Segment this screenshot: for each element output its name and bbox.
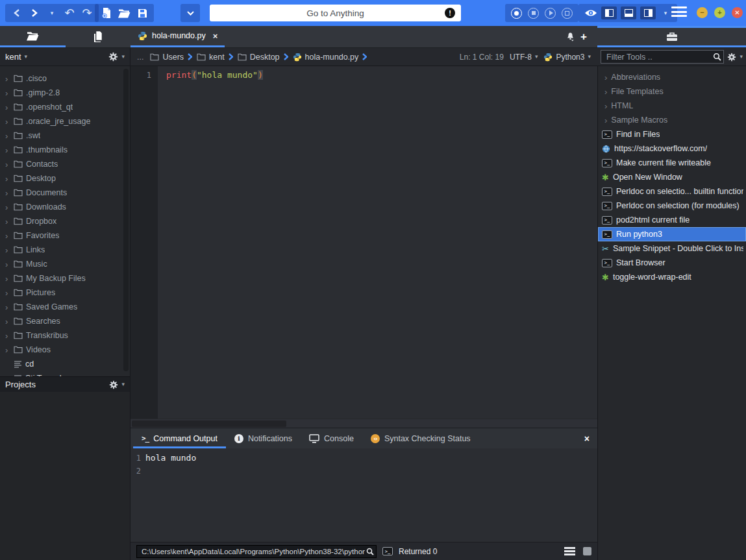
file-tree[interactable]: › .cisco › .gimp-2.8 [0, 66, 130, 376]
filter-tools-input[interactable] [605, 52, 713, 62]
chevron-down-icon[interactable]: ▾ [740, 54, 743, 60]
bottom-tab[interactable]: >_ i ‹› Syntax Checking Status [362, 428, 479, 448]
bottom-tab[interactable]: >_ i ‹› Console [301, 428, 362, 448]
chevron-down-icon[interactable]: ▾ [121, 54, 125, 60]
file-tree-row[interactable]: › Contacts [0, 157, 130, 171]
open-file-button[interactable] [118, 5, 131, 21]
file-tree-row[interactable]: › .thumbnails [0, 143, 130, 157]
maximize-button[interactable]: + [714, 7, 725, 18]
language-selector[interactable]: Python3 ▾ [543, 53, 591, 62]
bottom-pane-toggle[interactable] [621, 6, 636, 19]
pane-caret-icon[interactable]: ▾ [660, 5, 671, 21]
chevron-down-icon[interactable]: ▾ [25, 54, 28, 60]
toolbox-item[interactable]: › >_ ✱ ✂ Make current file writeable [598, 156, 746, 170]
breadcrumb-item[interactable]: kent [197, 53, 234, 62]
code-line[interactable]: print("hola mundo") [158, 66, 263, 419]
undo-button[interactable]: ↶ [64, 5, 75, 21]
left-pane-toggle[interactable] [601, 6, 617, 19]
file-tree-row[interactable]: › Documents [0, 186, 130, 200]
alert-icon[interactable]: ! [445, 8, 455, 18]
encoding-selector[interactable]: UTF-8 ▾ [510, 53, 538, 62]
minimize-button[interactable]: − [697, 7, 708, 18]
menu-button[interactable] [671, 6, 687, 17]
breadcrumb-item[interactable]: Users [150, 53, 193, 62]
redo-button[interactable]: ↷ [81, 5, 93, 21]
file-tree-row[interactable]: › Transkribus [0, 328, 130, 343]
toolbox-item[interactable]: › >_ ✱ ✂ Open New Window [598, 170, 746, 184]
file-tree-row[interactable]: › .swt [0, 128, 130, 143]
save-button[interactable] [136, 5, 148, 21]
toolbox-item[interactable]: › >_ ✱ ✂ File Templates [598, 84, 746, 99]
gear-icon[interactable] [108, 52, 118, 62]
toolbox-item[interactable]: › >_ ✱ ✂ Sample Macros [598, 113, 746, 127]
toolbox-item[interactable]: › >_ ✱ ✂ Run python3 [598, 227, 746, 241]
right-pane-toggle[interactable] [640, 6, 656, 19]
back-button[interactable] [11, 5, 23, 21]
close-panel-icon[interactable]: × [584, 428, 597, 448]
new-tab-button[interactable]: + [578, 31, 590, 42]
file-tree-row[interactable]: › Favorites [0, 228, 130, 243]
macro-stop-button[interactable] [528, 8, 539, 19]
file-tree-row[interactable]: › Downloads [0, 200, 130, 214]
output-menu-icon[interactable] [564, 547, 575, 555]
chevron-down-icon[interactable]: ▾ [121, 382, 125, 387]
file-tree-row[interactable]: › .cisco [0, 71, 130, 86]
file-tree-row[interactable]: › My Backup Files [0, 271, 130, 286]
bottom-tab[interactable]: >_ i ‹› Notifications [226, 428, 301, 448]
file-tree-row[interactable]: › Desktop [0, 171, 130, 186]
close-button[interactable]: ✕ [732, 7, 743, 18]
toolbox-item[interactable]: › >_ ✱ ✂ Sample Snippet - Double Click t… [598, 241, 746, 256]
breadcrumb-overflow[interactable]: ... [137, 53, 143, 62]
tab-places[interactable] [0, 26, 66, 47]
file-tree-row[interactable]: › Videos [0, 343, 130, 357]
bottom-tab[interactable]: >_ i ‹› Command Output [133, 428, 226, 448]
breadcrumb-item[interactable]: hola-mundo.py [293, 53, 368, 62]
search-icon[interactable] [366, 548, 374, 555]
new-file-button[interactable] [101, 5, 112, 21]
vertical-scrollbar[interactable] [123, 69, 129, 371]
preview-button[interactable] [584, 5, 597, 21]
file-tree-row[interactable]: › Dropbox [0, 214, 130, 228]
places-root-selector[interactable]: kent [5, 52, 21, 62]
horizontal-scrollbar[interactable] [131, 419, 597, 428]
gear-icon[interactable] [109, 380, 118, 389]
command-path-input[interactable] [140, 547, 366, 556]
history-caret-icon[interactable]: ▾ [46, 5, 58, 21]
split-view-button[interactable] [566, 32, 575, 42]
file-tree-row[interactable]: › Saved Games [0, 300, 130, 314]
toolbox-item[interactable]: › >_ ✱ ✂ Perldoc on selection (for modul… [598, 199, 746, 213]
file-tree-row[interactable]: › cd [0, 357, 130, 371]
file-tree-row[interactable]: › Links [0, 243, 130, 257]
file-tree-row[interactable]: › .gimp-2.8 [0, 86, 130, 100]
macro-record-button[interactable] [511, 8, 522, 19]
toolbox-item[interactable]: › >_ ✱ ✂ toggle-word-wrap-edit [598, 270, 746, 284]
toolbox-item[interactable]: › >_ ✱ ✂ https://stackoverflow.com/ [598, 141, 746, 156]
file-tree-row[interactable]: › Music [0, 257, 130, 271]
panel-layout-icon[interactable] [583, 547, 591, 555]
command-output-area[interactable]: 1 hola mundo 2 [131, 448, 597, 542]
file-tree-row[interactable]: › Pictures [0, 286, 130, 300]
macro-save-button[interactable] [562, 8, 573, 19]
tab-toolbox[interactable] [597, 26, 746, 47]
toolbox-item[interactable]: › >_ ✱ ✂ HTML [598, 99, 746, 113]
toolbox-item[interactable]: › >_ ✱ ✂ pod2html current file [598, 213, 746, 227]
toolbox-item[interactable]: › >_ ✱ ✂ Find in Files [598, 127, 746, 141]
file-tree-row[interactable]: › Sti Trace log [0, 371, 130, 376]
macro-play-button[interactable] [545, 8, 556, 19]
file-tree-row[interactable]: › .oracle_jre_usage [0, 114, 130, 128]
code-editor[interactable]: 1 print("hola mundo") [131, 66, 597, 419]
tab-close-icon[interactable]: × [213, 31, 218, 41]
goto-anything-input[interactable] [210, 5, 461, 21]
file-tree-row[interactable]: › .openshot_qt [0, 100, 130, 114]
tab-open-files[interactable] [66, 26, 131, 47]
toolbar-dropdown-button[interactable] [180, 4, 200, 22]
toolbox-item[interactable]: › >_ ✱ ✂ Abbreviations [598, 70, 746, 84]
forward-button[interactable] [29, 5, 40, 21]
breadcrumb-item[interactable]: Desktop [238, 53, 289, 62]
toolbox-item[interactable]: › >_ ✱ ✂ Perldoc on selectio... builtin … [598, 184, 746, 199]
gear-icon[interactable] [727, 53, 736, 62]
scrollbar-thumb[interactable] [132, 420, 286, 427]
toolbox-panel[interactable]: › >_ ✱ ✂ Abbreviations › >_ [597, 66, 746, 560]
file-tree-row[interactable]: › Searches [0, 314, 130, 328]
editor-tab-hola-mundo[interactable]: hola-mundo.py × [131, 26, 225, 47]
